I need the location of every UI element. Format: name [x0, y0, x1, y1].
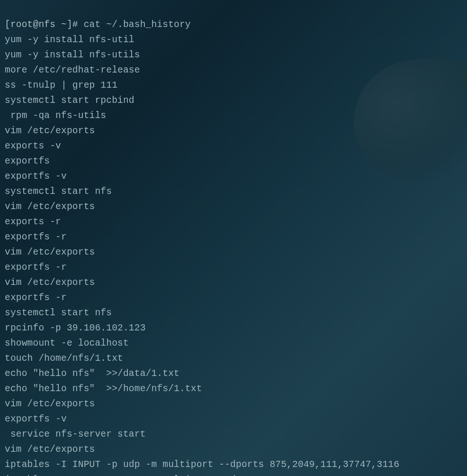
history-line: vim /etc/exports: [5, 245, 462, 260]
entered-command: cat ~/.bash_history: [84, 19, 191, 30]
history-line: systemctl start nfs: [5, 305, 462, 320]
history-line: iptables -I INPUT -p tcp -m multiport --…: [5, 472, 462, 476]
prompt-line: [root@nfs ~]# cat ~/.bash_history: [5, 17, 462, 32]
history-line: rpm -qa nfs-utils: [5, 108, 462, 123]
history-line: vim /etc/exports: [5, 396, 462, 412]
history-line: echo "hello nfs" >>/home/nfs/1.txt: [5, 381, 462, 396]
shell-prompt: [root@nfs ~]#: [5, 19, 84, 30]
history-lines: yum -y install nfs-utilyum -y install nf…: [5, 32, 462, 476]
history-line: ss -tnulp | grep 111: [5, 78, 462, 93]
history-line: exports -v: [5, 138, 462, 154]
history-line: service nfs-server start: [5, 427, 462, 442]
history-line: iptables -I INPUT -p udp -m multiport --…: [5, 457, 462, 472]
history-line: more /etc/redhat-release: [5, 63, 462, 78]
history-line: yum -y install nfs-util: [5, 32, 462, 47]
history-line: exportfs -r: [5, 229, 462, 245]
history-line: exportfs: [5, 154, 462, 169]
terminal-output[interactable]: [root@nfs ~]# cat ~/.bash_historyyum -y …: [0, 0, 467, 476]
history-line: systemctl start rpcbind: [5, 93, 462, 108]
history-line: vim /etc/exports: [5, 275, 462, 290]
history-line: vim /etc/exports: [5, 199, 462, 214]
history-line: touch /home/nfs/1.txt: [5, 351, 462, 366]
history-line: yum -y install nfs-utils: [5, 47, 462, 63]
history-line: systemctl start nfs: [5, 184, 462, 199]
history-line: vim /etc/exports: [5, 442, 462, 457]
history-line: exportfs -v: [5, 412, 462, 427]
history-line: exportfs -v: [5, 169, 462, 184]
history-line: exportfs -r: [5, 290, 462, 305]
history-line: showmount -e localhost: [5, 336, 462, 351]
history-line: exportfs -r: [5, 260, 462, 275]
history-line: rpcinfo -p 39.106.102.123: [5, 320, 462, 336]
history-line: echo "hello nfs" >>/data/1.txt: [5, 366, 462, 381]
history-line: exports -r: [5, 214, 462, 229]
history-line: vim /etc/exports: [5, 123, 462, 138]
